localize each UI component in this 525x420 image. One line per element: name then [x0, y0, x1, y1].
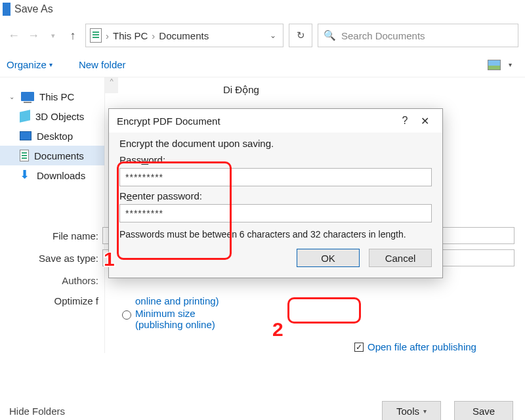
- ok-button[interactable]: OK: [297, 249, 360, 267]
- reenter-password-input[interactable]: [119, 204, 432, 222]
- toolbar: Organize▾ New folder ▾: [0, 52, 525, 77]
- nav-back-button[interactable]: ←: [7, 28, 21, 43]
- chevron-right-icon: ›: [152, 30, 155, 41]
- dialog-footer: Hide Folders Tools▾ Save: [0, 402, 525, 420]
- chevron-down-icon: ▾: [49, 61, 52, 68]
- 3dobjects-icon: [20, 110, 30, 122]
- column-scroll-up[interactable]: ^: [105, 77, 118, 93]
- downloads-icon: ⬇: [20, 170, 32, 180]
- new-folder-button[interactable]: New folder: [72, 59, 133, 70]
- optimize-radio-standard[interactable]: online and printing): [135, 295, 219, 306]
- checkbox-icon: ✓: [354, 343, 364, 352]
- password-note: Passwords must be between 6 characters a…: [119, 229, 432, 240]
- address-bar[interactable]: › This PC › Documents ⌄: [85, 24, 284, 47]
- address-dropdown-icon[interactable]: ⌄: [270, 31, 279, 40]
- search-input[interactable]: 🔍 Search Documents: [318, 24, 518, 47]
- navpane-item-desktop[interactable]: Desktop: [0, 126, 104, 146]
- list-item[interactable]: Di Động: [223, 84, 525, 96]
- window-title: Save As: [14, 3, 53, 15]
- chevron-right-icon: ›: [106, 30, 109, 41]
- refresh-button[interactable]: ↻: [289, 24, 312, 47]
- chevron-down-icon: ▾: [423, 408, 427, 415]
- dialog-title: Encrypt PDF Document: [117, 116, 395, 127]
- navpane-item-downloads[interactable]: ⬇ Downloads: [0, 165, 104, 185]
- breadcrumb-segment[interactable]: This PC: [113, 30, 148, 41]
- dialog-instruction: Encrypt the document upon saving.: [119, 138, 432, 149]
- radio-icon: [122, 310, 131, 320]
- address-bar-row: ← → ▾ ↑ › This PC › Documents ⌄ ↻ 🔍 Sear…: [0, 18, 525, 52]
- open-after-publish-checkbox[interactable]: ✓ Open file after publishing: [354, 341, 476, 352]
- navpane-item-3dobjects[interactable]: 3D Objects: [0, 106, 104, 126]
- search-placeholder: Search Documents: [341, 30, 425, 41]
- navpane-item-documents[interactable]: Documents: [0, 146, 104, 165]
- password-label: Password:: [119, 154, 432, 165]
- view-mode-button[interactable]: [484, 57, 505, 73]
- authors-label: Authors:: [20, 275, 98, 286]
- nav-recent-dropdown[interactable]: ▾: [46, 28, 60, 43]
- refresh-icon: ↻: [297, 30, 305, 41]
- location-icon: [90, 28, 102, 43]
- reenter-password-label: Reenter password:: [119, 190, 432, 201]
- encrypt-dialog: Encrypt PDF Document ? ✕ Encrypt the doc…: [108, 108, 443, 278]
- optimize-label: Optimize f: [20, 295, 98, 306]
- optimize-radio-group: online and printing) Minimum size(publis…: [122, 295, 219, 331]
- dialog-titlebar: Encrypt PDF Document ? ✕: [109, 109, 442, 133]
- save-button[interactable]: Save: [454, 401, 513, 420]
- hide-folders-button[interactable]: Hide Folders: [9, 406, 65, 417]
- nav-forward-button[interactable]: →: [26, 28, 41, 43]
- view-dropdown-icon[interactable]: ▾: [509, 61, 512, 68]
- breadcrumb-segment[interactable]: Documents: [159, 30, 209, 41]
- savetype-label: Save as type:: [20, 253, 98, 264]
- view-mode-icon: [488, 60, 501, 70]
- dialog-help-button[interactable]: ?: [395, 115, 415, 127]
- desktop-icon: [20, 131, 32, 140]
- optimize-radio-minimum[interactable]: Minimum size(publishing online): [122, 308, 219, 330]
- filename-label: File name:: [20, 230, 98, 242]
- app-icon: [3, 3, 10, 16]
- cancel-button[interactable]: Cancel: [369, 249, 432, 267]
- tools-button[interactable]: Tools▾: [382, 401, 441, 420]
- search-icon: 🔍: [324, 30, 336, 41]
- documents-icon: [20, 150, 29, 161]
- window-titlebar: Save As: [0, 0, 525, 18]
- dialog-close-button[interactable]: ✕: [415, 115, 434, 127]
- pc-icon: [21, 92, 34, 101]
- chevron-down-icon: ⌄: [9, 93, 16, 100]
- navpane-root[interactable]: ⌄ This PC: [0, 87, 104, 106]
- nav-up-button[interactable]: ↑: [66, 28, 80, 43]
- organize-button[interactable]: Organize▾: [0, 59, 59, 70]
- password-input[interactable]: [119, 168, 432, 186]
